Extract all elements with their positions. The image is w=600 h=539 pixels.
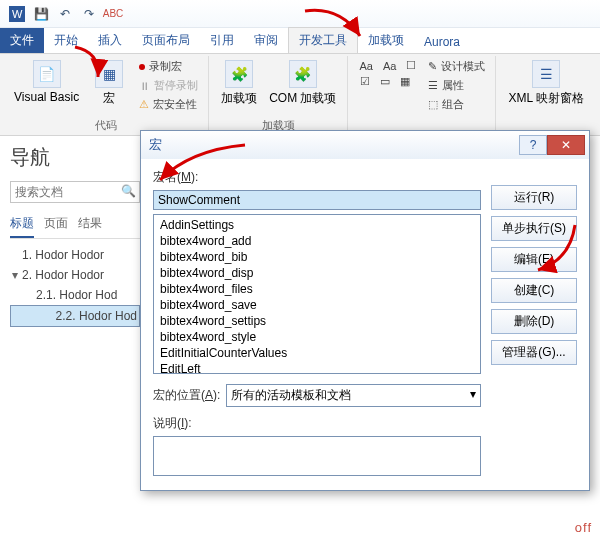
xml-mapping-button[interactable]: ☰XML 映射窗格 — [504, 58, 588, 109]
tab-aurora[interactable]: Aurora — [414, 31, 470, 53]
run-button[interactable]: 运行(R) — [491, 185, 577, 210]
visual-basic-button[interactable]: 📄 Visual Basic — [10, 58, 83, 106]
watermark-text: off — [575, 520, 592, 535]
macros-button[interactable]: ▦ 宏 — [87, 58, 131, 109]
dialog-title: 宏 — [149, 136, 162, 154]
com-addin-icon: 🧩 — [289, 60, 317, 88]
macro-list-item[interactable]: bibtex4word_save — [156, 297, 478, 313]
help-button[interactable]: ? — [519, 135, 547, 155]
pause-record-button[interactable]: ⏸暂停录制 — [135, 77, 202, 94]
group-xml: ☰XML 映射窗格 — [498, 56, 594, 135]
create-button[interactable]: 创建(C) — [491, 278, 577, 303]
step-button[interactable]: 单步执行(S) — [491, 216, 577, 241]
undo-button[interactable]: ↶ — [54, 3, 76, 25]
group-button[interactable]: ⬚组合 — [424, 96, 489, 113]
ctrl-icon[interactable]: ☑ — [356, 74, 374, 89]
navigation-pane: 导航 🔍 标题 页面 结果 1. Hodor Hodor▾2. Hodor Ho… — [0, 136, 150, 335]
ctrl-icon[interactable]: Aa — [379, 58, 400, 73]
macro-list-item[interactable]: bibtex4word_files — [156, 281, 478, 297]
tab-review[interactable]: 审阅 — [244, 28, 288, 53]
macro-list-item[interactable]: bibtex4word_bib — [156, 249, 478, 265]
record-icon — [139, 64, 145, 70]
nav-tab-results[interactable]: 结果 — [78, 211, 102, 238]
props-icon: ☰ — [428, 79, 438, 92]
design-mode-button[interactable]: ✎设计模式 — [424, 58, 489, 75]
macro-list-item[interactable]: EditLeft — [156, 361, 478, 374]
tab-insert[interactable]: 插入 — [88, 28, 132, 53]
ctrl-icon[interactable]: ☐ — [402, 58, 420, 73]
nav-title: 导航 — [10, 144, 140, 171]
close-button[interactable]: ✕ — [547, 135, 585, 155]
xml-icon: ☰ — [532, 60, 560, 88]
macro-security-button[interactable]: ⚠宏安全性 — [135, 96, 202, 113]
tab-file[interactable]: 文件 — [0, 28, 44, 53]
ribbon-tabs: 文件 开始 插入 页面布局 引用 审阅 开发工具 加载项 Aurora — [0, 28, 600, 54]
ctrl-icon[interactable]: ▭ — [376, 74, 394, 89]
addins-button[interactable]: 🧩加载项 — [217, 58, 261, 109]
format-button[interactable]: ABC — [102, 3, 124, 25]
nav-tabs: 标题 页面 结果 — [10, 211, 140, 239]
location-label: 宏的位置(A): — [153, 387, 220, 404]
properties-button[interactable]: ☰属性 — [424, 77, 489, 94]
edit-button[interactable]: 编辑(E) — [491, 247, 577, 272]
tab-developer[interactable]: 开发工具 — [288, 27, 358, 53]
save-button[interactable]: 💾 — [30, 3, 52, 25]
group-code: 📄 Visual Basic ▦ 宏 录制宏 ⏸暂停录制 ⚠宏安全性 代码 — [4, 56, 209, 135]
word-icon: W — [6, 3, 28, 25]
macro-label: 宏 — [103, 90, 115, 107]
tab-layout[interactable]: 页面布局 — [132, 28, 200, 53]
tab-reference[interactable]: 引用 — [200, 28, 244, 53]
group-addins: 🧩加载项 🧩COM 加载项 加载项 — [211, 56, 347, 135]
macro-list-item[interactable]: bibtex4word_add — [156, 233, 478, 249]
tree-item[interactable]: ▾2. Hodor Hodor — [10, 265, 140, 285]
nav-tab-pages[interactable]: 页面 — [44, 211, 68, 238]
macro-listbox[interactable]: AddinSettingsbibtex4word_addbibtex4word_… — [153, 214, 481, 374]
dialog-titlebar[interactable]: 宏 ? ✕ — [141, 131, 589, 159]
group-icon: ⬚ — [428, 98, 438, 111]
nav-tab-headings[interactable]: 标题 — [10, 211, 34, 238]
vb-label: Visual Basic — [14, 90, 79, 104]
macro-name-input[interactable] — [153, 190, 481, 210]
group-controls: AaAa☐ ☑▭▦ ✎设计模式 ☰属性 ⬚组合 — [350, 56, 497, 135]
macro-list-item[interactable]: AddinSettings — [156, 217, 478, 233]
ctrl-icon[interactable]: ▦ — [396, 74, 414, 89]
tree-item[interactable]: 2.1. Hodor Hod — [10, 285, 140, 305]
record-macro-button[interactable]: 录制宏 — [135, 58, 202, 75]
design-icon: ✎ — [428, 60, 437, 73]
addin-icon: 🧩 — [225, 60, 253, 88]
chevron-down-icon: ▾ — [470, 387, 476, 404]
redo-button[interactable]: ↷ — [78, 3, 100, 25]
pause-icon: ⏸ — [139, 80, 150, 92]
ribbon: 📄 Visual Basic ▦ 宏 录制宏 ⏸暂停录制 ⚠宏安全性 代码 🧩加… — [0, 54, 600, 136]
tree-item[interactable]: 1. Hodor Hodor — [10, 245, 140, 265]
macro-name-label: 宏名(M): — [153, 169, 481, 186]
location-select[interactable]: 所有的活动模板和文档▾ — [226, 384, 481, 407]
search-icon[interactable]: 🔍 — [121, 184, 136, 198]
warning-icon: ⚠ — [139, 98, 149, 111]
macro-icon: ▦ — [95, 60, 123, 88]
tab-start[interactable]: 开始 — [44, 28, 88, 53]
ctrl-icon[interactable]: Aa — [356, 58, 377, 73]
manager-button[interactable]: 管理器(G)... — [491, 340, 577, 365]
quick-access-toolbar: W 💾 ↶ ↷ ABC — [0, 0, 600, 28]
com-addins-button[interactable]: 🧩COM 加载项 — [265, 58, 340, 109]
macro-list-item[interactable]: bibtex4word_style — [156, 329, 478, 345]
svg-text:W: W — [12, 8, 23, 20]
delete-button[interactable]: 删除(D) — [491, 309, 577, 334]
macro-list-item[interactable]: bibtex4word_disp — [156, 265, 478, 281]
heading-tree: 1. Hodor Hodor▾2. Hodor Hodor2.1. Hodor … — [10, 245, 140, 327]
tree-item[interactable]: 2.2. Hodor Hod — [10, 305, 140, 327]
description-input[interactable] — [153, 436, 481, 476]
vb-icon: 📄 — [33, 60, 61, 88]
macro-list-item[interactable]: bibtex4word_settips — [156, 313, 478, 329]
macro-list-item[interactable]: EditInitialCounterValues — [156, 345, 478, 361]
macro-dialog: 宏 ? ✕ 宏名(M): AddinSettingsbibtex4word_ad… — [140, 130, 590, 491]
description-label: 说明(I): — [153, 415, 481, 432]
tab-addins[interactable]: 加载项 — [358, 28, 414, 53]
